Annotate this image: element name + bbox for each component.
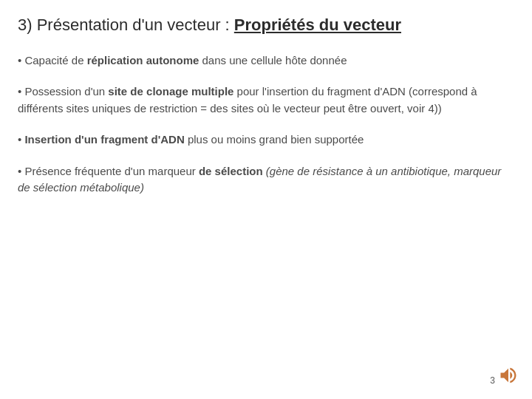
bullet-2: • Possession d'un site de clonage multip… — [18, 83, 514, 117]
page-title: 3) Présentation d'un vecteur : Propriété… — [18, 15, 514, 36]
bullet-3: • Insertion d'un fragment d'ADN plus ou … — [18, 132, 514, 149]
bullet-1-suffix: dans une cellule hôte donnée — [199, 54, 347, 66]
page-number: 3 — [490, 375, 495, 386]
bullet-1-prefix: • Capacité de — [18, 54, 87, 66]
bullet-3-bold: Insertion d'un fragment d'ADN — [24, 133, 184, 146]
bullet-3-prefix: • — [18, 133, 24, 146]
bullet-3-suffix: plus ou moins grand bien supportée — [185, 133, 364, 146]
title-underlined: Propriétés du vecteur — [234, 16, 401, 34]
bullet-4-bold: de sélection — [199, 165, 263, 177]
speaker-icon[interactable] — [498, 365, 519, 386]
bullet-4-prefix: • Présence fréquente d'un marqueur — [18, 165, 199, 177]
bullet-2-bold: site de clonage multiple — [108, 85, 233, 98]
bullet-1-bold: réplication autonome — [87, 54, 200, 66]
title-prefix: 3) Présentation d'un vecteur : — [18, 16, 234, 34]
bullet-1: • Capacité de réplication autonome dans … — [18, 52, 514, 69]
bullet-2-prefix: • Possession d'un — [18, 85, 108, 98]
bullet-4: • Présence fréquente d'un marqueur de sé… — [18, 163, 514, 197]
